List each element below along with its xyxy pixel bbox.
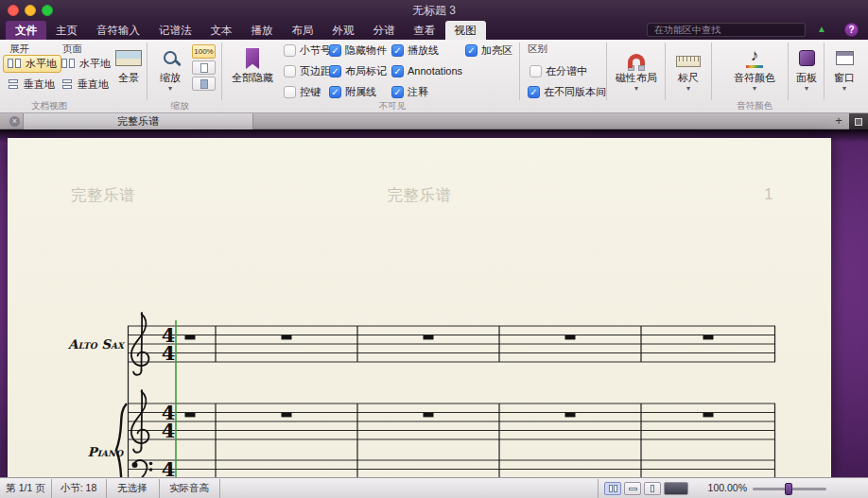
note-colors-button[interactable]: ♪ 音符颜色 ▾ — [726, 44, 783, 101]
checkbox-playback-line[interactable]: ✓ 播放线 — [391, 43, 439, 57]
pages-horizontal-icon — [8, 59, 22, 69]
doc-view-group-label: 文档视图 — [0, 100, 98, 112]
zoom-fit-page-button[interactable] — [192, 60, 216, 75]
zoom-slider-thumb[interactable] — [785, 483, 792, 495]
pages-horizontal-button[interactable]: 水平地 — [57, 55, 115, 73]
zoom-percentage: 100.00% — [688, 478, 747, 498]
magnifier-icon — [164, 51, 177, 64]
zoom-button[interactable]: 缩放 ▾ — [151, 44, 189, 101]
tab-parts[interactable]: 分谱 — [364, 21, 405, 40]
tab-note-input[interactable]: 音符输入 — [87, 21, 149, 40]
checkbox-box — [284, 86, 296, 98]
checkbox-box — [284, 44, 296, 57]
status-selection: 无选择 — [106, 478, 159, 498]
tab-file[interactable]: 文件 — [6, 21, 46, 40]
view-pages-horizontal-icon[interactable] — [604, 482, 621, 495]
chevron-down-icon: ▾ — [634, 85, 638, 93]
pages-vertical-button[interactable]: 垂直地 — [57, 76, 113, 94]
zoom-100-button[interactable]: 100% — [192, 44, 216, 59]
checkbox-layout-marks[interactable]: ✓ 布局标记 — [329, 64, 387, 77]
spread-horizontal-button[interactable]: 水平地 — [3, 55, 61, 73]
tab-text[interactable]: 文本 — [201, 21, 242, 40]
staff-alto-sax — [128, 326, 775, 362]
status-bars: 小节: 18 — [51, 478, 106, 498]
tab-appearance[interactable]: 外观 — [323, 21, 364, 40]
chevron-down-icon: ▾ — [686, 85, 690, 93]
magnetic-layout-button[interactable]: 磁性布局 ▾ — [609, 44, 664, 101]
rulers-button[interactable]: 标尺 ▾ — [668, 44, 709, 101]
pages-label: 页面 — [62, 43, 82, 56]
tab-notations[interactable]: 记谱法 — [149, 21, 201, 40]
ribbon-tab-strip: 文件 主页 音符输入 记谱法 文本 播放 布局 外观 分谱 查看 视图 — [6, 21, 486, 40]
checkbox-comments[interactable]: ✓ 注释 — [391, 85, 428, 98]
staff-piano-treble — [128, 404, 775, 439]
close-tab-icon[interactable]: × — [9, 116, 20, 127]
checkbox-box: ✓ — [329, 86, 341, 98]
pages-vertical-icon — [61, 79, 74, 90]
differences-label: 区别 — [528, 43, 547, 56]
zoom-fit-width-button[interactable] — [192, 77, 216, 91]
zoom-slider[interactable] — [753, 488, 826, 490]
window-button[interactable]: 窗口 ▾ — [826, 44, 862, 101]
checkbox-annotations[interactable]: ✓ Annotations — [391, 64, 462, 77]
panels-button[interactable]: 面板 ▾ — [790, 44, 824, 101]
instrument-label-alto-sax[interactable]: Alto Sax — [63, 336, 124, 352]
tab-view[interactable]: 视图 — [445, 21, 486, 40]
checkbox-in-parts[interactable]: 在分谱中 — [529, 64, 587, 77]
chevron-down-icon: ▾ — [753, 85, 756, 93]
chevron-down-icon: ▾ — [805, 85, 808, 93]
ribbon-search-input[interactable]: 在功能区中查找 — [647, 23, 806, 37]
page-width-icon — [200, 79, 208, 89]
chevron-down-icon: ▾ — [168, 85, 172, 93]
page-icon — [200, 63, 208, 73]
view-panorama-icon[interactable] — [664, 482, 688, 495]
tab-menu-button[interactable] — [849, 113, 868, 129]
score-desk: 完整乐谱 完整乐谱 1 — [0, 129, 868, 477]
tab-review[interactable]: 查看 — [405, 21, 445, 40]
whole-rests — [185, 335, 714, 418]
zoom-group-label: 缩放 — [149, 100, 210, 112]
tab-play[interactable]: 播放 — [242, 21, 283, 40]
document-tab-full-score[interactable]: 完整乐谱 — [23, 113, 253, 129]
checkbox-between-versions[interactable]: ✓ 在不同版本间 — [528, 85, 606, 98]
view-single-page-icon[interactable] — [644, 482, 661, 495]
tab-home[interactable]: 主页 — [46, 21, 87, 40]
panorama-button[interactable]: 全景 — [112, 44, 146, 101]
spread-vertical-button[interactable]: 垂直地 — [3, 76, 60, 94]
title-bar: 无标题 3 文件 主页 音符输入 记谱法 文本 播放 布局 外观 分谱 查看 视… — [0, 0, 868, 40]
checkbox-box: ✓ — [528, 86, 540, 98]
time-signatures: 4 4 4 4 4 — [162, 323, 176, 478]
note-colors-group-label: 音符颜色 — [723, 100, 786, 112]
checkbox-box: ✓ — [391, 86, 404, 98]
checkbox-box: ✓ — [465, 44, 477, 57]
chevron-down-icon: ▾ — [842, 85, 846, 93]
checkbox-hidden-objects[interactable]: ✓ 隐藏物件 — [329, 43, 387, 57]
tab-menu-icon — [855, 118, 862, 126]
color-bar-icon — [746, 65, 763, 68]
staff-piano-bass — [128, 460, 775, 477]
score-page[interactable]: 完整乐谱 完整乐谱 1 — [8, 138, 831, 477]
checkbox-attachment-lines[interactable]: ✓ 附属线 — [329, 85, 376, 98]
checkbox-page-margins[interactable]: 页边距 — [284, 64, 331, 77]
collapse-ribbon-icon[interactable]: ▲ — [817, 24, 826, 34]
checkbox-bar-numbers[interactable]: 小节号 — [284, 43, 331, 57]
status-page: 第 1/1 页 — [0, 478, 51, 498]
view-pages-vertical-icon[interactable] — [624, 482, 641, 495]
checkbox-box: ✓ — [329, 44, 341, 57]
instrument-label-piano[interactable]: Piano — [62, 444, 123, 459]
pages-horizontal-icon — [61, 59, 76, 69]
help-button[interactable]: ? — [844, 23, 859, 37]
checkbox-handles[interactable]: 控键 — [284, 85, 321, 98]
status-concert-pitch-toggle[interactable]: 实际音高 — [159, 478, 219, 498]
spread-label: 展开 — [9, 43, 29, 56]
window-icon — [836, 51, 854, 65]
note-icon: ♪ — [751, 47, 759, 64]
panel-icon — [799, 50, 815, 66]
magnet-icon — [628, 54, 645, 68]
pages-vertical-icon — [8, 79, 20, 90]
status-bar: 第 1/1 页 小节: 18 无选择 实际音高 100.00% — [0, 477, 868, 498]
checkbox-highlights[interactable]: ✓ 加亮区 — [465, 43, 512, 57]
tab-layout[interactable]: 布局 — [283, 21, 323, 40]
hide-all-button[interactable]: 全部隐藏 — [225, 44, 280, 101]
add-tab-button[interactable]: + — [830, 113, 847, 129]
